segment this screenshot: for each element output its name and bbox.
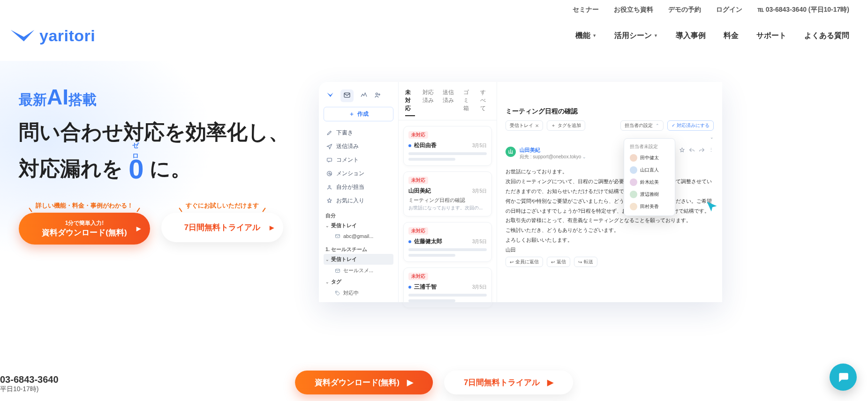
chevron-down-icon[interactable]: ⌄ <box>582 155 586 159</box>
arrow-right-icon: ▶ <box>270 224 274 231</box>
cta-hint-trial: すぐにお試しいただけます <box>186 201 259 210</box>
side-drafts[interactable]: 下書き <box>324 126 393 140</box>
tab-pending[interactable]: 未対応 <box>405 89 415 116</box>
app-screenshot: ＋作成 下書き 送信済み コメント メンション 自分が担当 お気に入り 自分 ⌄… <box>319 82 722 302</box>
svg-point-6 <box>329 186 330 187</box>
chevron-down-icon: ⌄ <box>325 223 329 228</box>
arrow-right-icon: ▶ <box>547 378 553 387</box>
tab-sent[interactable]: 送信済み <box>443 89 456 116</box>
chevron-up-icon: ⌃ <box>656 123 659 128</box>
status-chip: 未対応 <box>408 177 428 184</box>
sender-avatar: 山 <box>506 147 516 157</box>
mail-item[interactable]: 未対応 三浦千智3月5日 <box>403 267 492 307</box>
arrow-right-icon: ▶ <box>136 225 141 232</box>
side-favorites[interactable]: お気に入り <box>324 194 393 208</box>
main-nav: 機能▼ 活用シーン▼ 導入事例 料金 サポート よくある質問 <box>575 31 849 41</box>
assignee-dropdown: 担当者未設定 田中健太 山口直人 鈴木絵美 渡辺雅樹 田村美香 <box>624 138 675 216</box>
nav-seminar[interactable]: セミナー <box>573 6 599 14</box>
app-sidebar: ＋作成 下書き 送信済み コメント メンション 自分が担当 お気に入り 自分 ⌄… <box>319 82 399 302</box>
side-self-inbox[interactable]: ⌄受信トレイ <box>324 220 393 231</box>
nav-login[interactable]: ログイン <box>716 6 742 14</box>
detail-from: 山田美紀 <box>520 147 586 154</box>
assignee-option[interactable]: 田中健太 <box>627 152 672 164</box>
side-comments[interactable]: コメント <box>324 153 393 167</box>
nav-support[interactable]: サポート <box>756 31 786 41</box>
nav-scenes[interactable]: 活用シーン▼ <box>614 31 658 41</box>
dropdown-header: 担当者未設定 <box>627 141 672 152</box>
cta-hint-download: 詳しい機能・料金・事例がわかる！ <box>36 201 133 210</box>
mail-item[interactable]: 未対応 山田美紀3月5日 ミーティング日程の確認 お世話になっております。次回の… <box>403 171 492 216</box>
star-icon[interactable] <box>679 147 685 153</box>
side-sent[interactable]: 送信済み <box>324 140 393 153</box>
download-docs-button[interactable]: 1分で簡単入力! 資料ダウンロード(無料) ▶ <box>19 213 150 245</box>
chat-widget-button[interactable] <box>830 364 857 391</box>
mail-item[interactable]: 未対応 松田由香3月5日 <box>403 126 492 166</box>
side-team-email[interactable]: セールスメ... <box>333 265 393 276</box>
nav-demo[interactable]: デモの予約 <box>668 6 701 14</box>
chevron-down-icon: ▼ <box>654 33 658 38</box>
tab-all[interactable]: すべて <box>480 89 490 116</box>
mail-detail: ミーティング日程の確認 受信トレイ✕ ＋ タグを追加 担当者の設定⌃ ✓ 対応済… <box>497 82 722 302</box>
floating-cta-bar: 資料ダウンロード(無料)▶ 7日間無料トライアル▶ <box>295 371 574 394</box>
side-mentions[interactable]: メンション <box>324 167 393 180</box>
nav-resources[interactable]: お役立ち資料 <box>614 6 653 14</box>
assignee-option[interactable]: 鈴木絵美 <box>627 176 672 188</box>
detail-to: 宛先 : support@onebox.tokyo ⌄ <box>520 154 586 160</box>
side-tags[interactable]: ⌄タグ <box>324 276 393 287</box>
forward-button[interactable]: ↪ 転送 <box>574 257 597 267</box>
tab-trash[interactable]: ゴミ箱 <box>463 89 473 116</box>
nav-pricing[interactable]: 料金 <box>724 31 739 41</box>
brand-logo[interactable]: yaritori <box>9 24 95 47</box>
utility-nav: セミナー お役立ち資料 デモの予約 ログイン ℡ 03-6843-3640 (平… <box>0 0 868 14</box>
side-self-email[interactable]: abc@gmail... <box>333 231 393 241</box>
chat-icon <box>837 371 849 383</box>
mention-icon <box>326 171 332 177</box>
side-tag-item[interactable]: 対応中 <box>333 287 393 299</box>
assignee-dropdown-button[interactable]: 担当者の設定⌃ <box>620 120 664 131</box>
header: yaritori 機能▼ 活用シーン▼ 導入事例 料金 サポート よくある質問 <box>0 14 868 56</box>
reply-button[interactable]: ↩ 返信 <box>547 257 570 267</box>
nav-tel: ℡ 03-6843-3640 (平日10-17時) <box>757 6 849 14</box>
assignee-option[interactable]: 田村美香 <box>627 200 672 213</box>
chevron-down-icon: ⌄ <box>325 257 329 262</box>
floating-trial-button[interactable]: 7日間無料トライアル▶ <box>444 371 573 394</box>
detail-body: お世話になっております。 次回のミーティングについて、日程のご調整が必要です。ご… <box>506 167 714 255</box>
mail-icon <box>335 233 340 239</box>
mail-item[interactable]: 未対応 佐藤健太郎3月5日 <box>403 222 492 262</box>
side-team-label: 1. セールスチーム <box>325 246 393 253</box>
detail-tag-inbox[interactable]: 受信トレイ✕ <box>506 120 543 131</box>
free-trial-button[interactable]: 7日間無料トライアル ▶ <box>161 213 283 242</box>
chevron-down-icon: ⌄ <box>325 280 329 284</box>
close-icon[interactable]: ✕ <box>535 123 539 128</box>
reply-icon[interactable] <box>689 147 695 153</box>
mail-icon[interactable] <box>340 89 354 102</box>
footer-tel: 03-6843-3640 平日10-17時) <box>0 374 59 394</box>
person-icon <box>326 184 332 190</box>
assignee-option[interactable]: 山口直人 <box>627 164 672 176</box>
analytics-icon[interactable] <box>360 91 368 100</box>
nav-features[interactable]: 機能▼ <box>575 31 596 41</box>
tab-done[interactable]: 対応済み <box>423 89 436 116</box>
assignee-option[interactable]: 渡辺雅樹 <box>627 188 672 200</box>
svg-point-9 <box>336 292 337 293</box>
mark-done-button[interactable]: ✓ 対応済みにする <box>667 120 714 131</box>
mail-list: 未対応 対応済み 送信済み ゴミ箱 すべて 未対応 松田由香3月5日 未対応 山… <box>399 82 497 302</box>
people-icon[interactable] <box>374 91 382 100</box>
chevron-down-icon[interactable]: ⌄ <box>710 135 714 140</box>
side-mine[interactable]: 自分が担当 <box>324 180 393 194</box>
more-icon[interactable]: ⋮ <box>709 147 714 153</box>
mail-tabs: 未対応 対応済み 送信済み ゴミ箱 すべて <box>399 82 497 120</box>
side-team-inbox[interactable]: ⌄受信トレイ <box>324 254 393 265</box>
plus-icon: ＋ <box>349 110 355 118</box>
nav-faq[interactable]: よくある質問 <box>804 31 849 41</box>
pencil-icon <box>326 130 332 136</box>
svg-rect-3 <box>327 158 332 162</box>
detail-add-tag[interactable]: ＋ タグを追加 <box>547 120 585 131</box>
detail-subject: ミーティング日程の確認 <box>506 107 714 116</box>
forward-icon[interactable] <box>699 147 705 153</box>
status-chip: 未対応 <box>408 227 428 235</box>
nav-cases[interactable]: 導入事例 <box>676 31 706 41</box>
compose-button[interactable]: ＋作成 <box>324 107 393 121</box>
floating-download-button[interactable]: 資料ダウンロード(無料)▶ <box>295 371 433 394</box>
reply-all-button[interactable]: ↩ 全員に返信 <box>506 257 543 267</box>
